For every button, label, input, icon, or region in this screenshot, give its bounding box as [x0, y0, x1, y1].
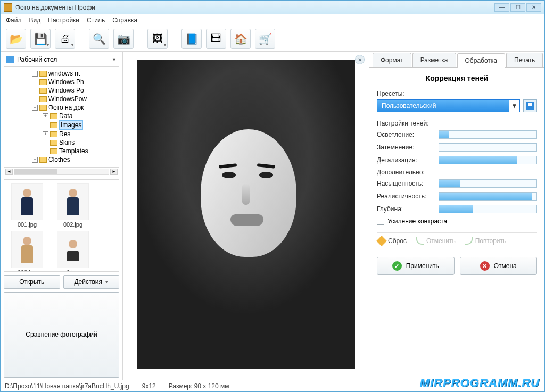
presets-label: Пресеты:	[377, 90, 537, 97]
status-size: Размер: 90 x 120 мм	[169, 382, 229, 390]
slider-realism[interactable]	[439, 192, 537, 201]
tab-bar: Формат Разметка Обработка Печать	[369, 52, 544, 68]
compare-button[interactable]: Сравнение фотографий	[4, 292, 119, 378]
tree-item-selected[interactable]: Images	[59, 120, 83, 130]
contrast-checkbox[interactable]	[377, 218, 384, 225]
preview-area: ✕	[123, 52, 369, 380]
tree-item[interactable]: Templates	[59, 147, 88, 155]
check-icon: ✓	[392, 261, 402, 271]
tree-item[interactable]: Clothes	[48, 155, 70, 164]
photo-preview	[137, 60, 355, 369]
apply-button[interactable]: ✓Применить	[377, 257, 455, 275]
disk-icon	[526, 102, 534, 110]
toolbar: 📂 💾▾ 🖨▾ 🔍 📷 🖼▾ 📘 🎞 🏠 🛒	[1, 26, 544, 52]
panel-title: Коррекция теней	[377, 74, 537, 82]
menu-help[interactable]: Справка	[112, 16, 137, 24]
redo-icon	[465, 237, 473, 245]
left-panel: Рабочий стол ▼ +windows nt Windows Ph Wi…	[1, 52, 123, 380]
shadow-settings-label: Настройки теней:	[377, 120, 537, 127]
slider-darken[interactable]	[439, 143, 537, 152]
slider-lighten[interactable]	[439, 130, 537, 139]
title-bar: Фото на документы Профи — ☐ ✕	[1, 1, 544, 14]
thumbnail[interactable]: 002.jpg	[53, 183, 93, 228]
status-path: D:\Прохо\11\Новая папка\jr7aBncHh_U.jpg	[5, 382, 129, 390]
folder-dropdown-label: Рабочий стол	[17, 56, 57, 63]
thumbnail[interactable]: 6.jpg	[53, 231, 93, 272]
cancel-button[interactable]: ✕Отмена	[460, 257, 538, 275]
thumbnail[interactable]: 001.jpg	[7, 183, 47, 228]
slider-saturation[interactable]	[439, 179, 537, 188]
menu-settings[interactable]: Настройки	[48, 16, 79, 24]
menu-style[interactable]: Стиль	[87, 16, 105, 24]
tree-item[interactable]: windows nt	[48, 69, 80, 78]
tree-item[interactable]: Фото на док	[48, 103, 84, 112]
cancel-icon: ✕	[480, 261, 490, 271]
status-ratio: 9x12	[142, 382, 156, 390]
toolbar-home-icon[interactable]: 🏠	[230, 29, 251, 49]
redo-link[interactable]: Повторить	[465, 237, 507, 245]
app-icon	[4, 3, 12, 12]
menu-file[interactable]: Файл	[6, 16, 22, 24]
folder-tree[interactable]: +windows nt Windows Ph Windows Po Window…	[4, 66, 119, 168]
slider-detail[interactable]	[439, 156, 537, 164]
reset-link[interactable]: Сброс	[378, 237, 407, 245]
minimize-button[interactable]: —	[494, 3, 509, 12]
tree-item[interactable]: WindowsPow	[48, 95, 87, 103]
chevron-down-icon: ▼	[509, 100, 519, 112]
thumbnail[interactable]: 003.jpg	[7, 231, 47, 272]
tree-item[interactable]: Windows Po	[48, 86, 84, 95]
menu-bar: Файл Вид Настройки Стиль Справка	[1, 14, 544, 26]
tab-processing[interactable]: Обработка	[457, 53, 506, 68]
save-preset-button[interactable]	[523, 99, 537, 112]
open-button[interactable]: Открыть	[4, 275, 60, 289]
toolbar-video-icon[interactable]: 🎞	[206, 29, 226, 49]
tree-h-scrollbar[interactable]: ◄►	[4, 168, 119, 176]
close-panel-icon[interactable]: ✕	[355, 55, 365, 64]
toolbar-print-icon[interactable]: 🖨▾	[55, 29, 75, 49]
toolbar-cart-icon[interactable]: 🛒	[255, 29, 275, 49]
toolbar-open-icon[interactable]: 📂	[6, 29, 26, 49]
actions-button[interactable]: Действия▾	[63, 275, 120, 289]
tree-item[interactable]: Skins	[59, 138, 75, 147]
tab-print[interactable]: Печать	[506, 53, 543, 67]
close-button[interactable]: ✕	[526, 3, 541, 12]
toolbar-help-icon[interactable]: 📘	[181, 29, 202, 49]
toolbar-save-icon[interactable]: 💾▾	[30, 29, 51, 49]
tree-item[interactable]: Data	[59, 112, 72, 120]
chevron-down-icon: ▼	[112, 57, 117, 62]
toolbar-image-icon[interactable]: 🖼▾	[147, 29, 168, 49]
toolbar-search-icon[interactable]: 🔍	[89, 29, 109, 49]
slider-depth[interactable]	[439, 205, 537, 213]
toolbar-camera-icon[interactable]: 📷	[113, 29, 134, 49]
folder-dropdown[interactable]: Рабочий стол ▼	[4, 54, 119, 65]
undo-icon	[416, 237, 424, 245]
brush-icon	[376, 236, 387, 246]
tab-format[interactable]: Формат	[373, 53, 411, 67]
additional-label: Дополнительно:	[377, 169, 537, 176]
status-bar: D:\Прохо\11\Новая папка\jr7aBncHh_U.jpg …	[1, 380, 544, 391]
preset-dropdown[interactable]: Пользовательский ▼	[377, 99, 520, 112]
maximize-button[interactable]: ☐	[510, 3, 525, 12]
tree-item[interactable]: Windows Ph	[48, 78, 84, 86]
tree-item[interactable]: Res	[59, 130, 70, 138]
undo-link[interactable]: Отменить	[416, 237, 456, 245]
menu-view[interactable]: Вид	[29, 16, 41, 24]
tab-markup[interactable]: Разметка	[412, 53, 456, 67]
folder-icon	[6, 56, 14, 63]
contrast-label: Усиление контраста	[387, 218, 447, 225]
window-title: Фото на документы Профи	[15, 4, 494, 11]
right-panel: Формат Разметка Обработка Печать Коррекц…	[369, 52, 544, 380]
thumbnail-list: 001.jpg 002.jpg 003.jpg 6.jpg 9.jpg	[4, 179, 119, 272]
